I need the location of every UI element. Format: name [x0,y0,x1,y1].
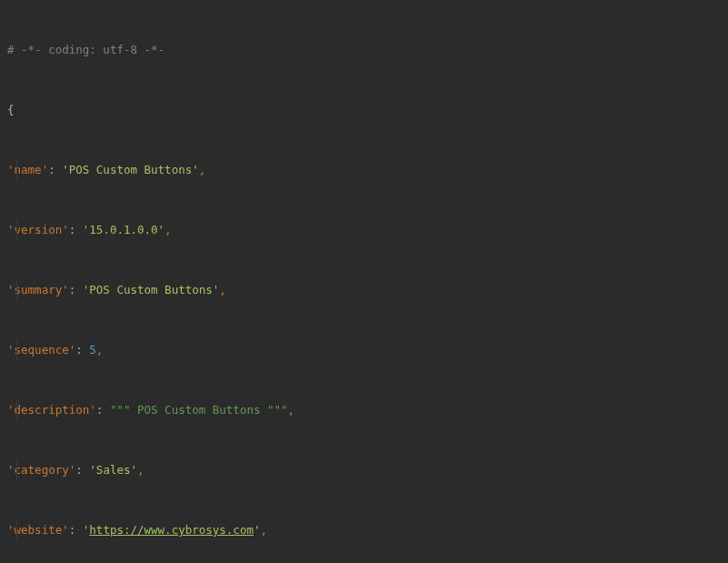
brace-open: { [7,100,15,120]
code-line[interactable]: 'category': 'Sales', [7,460,721,480]
comment: # -*- coding: utf-8 -*- [7,40,165,60]
dict-key: 'description' [7,400,96,420]
code-line[interactable]: 'sequence': 5, [7,340,721,360]
dict-key: 'category' [7,460,75,480]
code-line[interactable]: 'website': 'https://www.cybrosys.com', [7,520,721,540]
dict-key: 'name' [7,160,48,180]
code-line[interactable]: { [7,100,721,120]
string-value: 'POS Custom Buttons' [83,280,220,300]
string-value: '15.0.1.0.0' [83,220,165,240]
code-editor[interactable]: # -*- coding: utf-8 -*- { 'name': 'POS C… [0,0,728,563]
code-line[interactable]: 'name': 'POS Custom Buttons', [7,160,721,180]
code-line[interactable]: 'summary': 'POS Custom Buttons', [7,280,721,300]
code-line[interactable]: 'version': '15.0.1.0.0', [7,220,721,240]
docstring-value: """ POS Custom Buttons """ [110,400,288,420]
code-line[interactable]: # -*- coding: utf-8 -*- [7,40,721,60]
url-link[interactable]: https://www.cybrosys.com [89,520,254,540]
code-line[interactable]: 'description': """ POS Custom Buttons ""… [7,400,721,420]
string-value: 'Sales' [89,460,137,480]
number-value: 5 [89,340,96,360]
string-value: 'POS Custom Buttons' [62,160,199,180]
dict-key: 'sequence' [7,340,75,360]
